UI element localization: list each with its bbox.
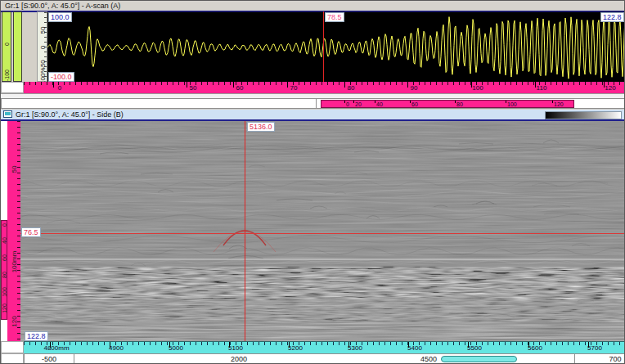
ruler-label: 50 xyxy=(190,84,197,92)
ruler-label: 5200 xyxy=(288,344,303,352)
overview-label: 120 xyxy=(554,101,564,107)
scrollbar-label: -500 xyxy=(42,355,56,363)
ruler-label: 5100 xyxy=(228,344,243,352)
ruler-label: 80 xyxy=(2,272,7,278)
overview-label: 0 xyxy=(346,101,349,107)
depth-overview-ruler[interactable]: 0406080100120 xyxy=(1,220,7,320)
ruler-label: 5700 xyxy=(587,344,602,352)
ruler-label: 50 xyxy=(11,166,18,173)
overview-tick xyxy=(552,101,553,103)
ruler-corner-cell xyxy=(1,341,24,353)
ascan-depth-cursor[interactable] xyxy=(323,11,324,82)
overview-label: 40 xyxy=(376,101,383,107)
ascan-cursor-value: 78.5 xyxy=(325,12,344,22)
ruler-label: 70 xyxy=(290,84,298,92)
ruler-label: 5000 xyxy=(169,344,183,352)
application-window: Gr:1 [S:90.0°, A: 45.0°] - A-scan (A) 0-… xyxy=(0,0,625,364)
ruler-label: 5600 xyxy=(528,344,542,352)
side-scan-ruler[interactable]: 4800mm4900500051005200530054005500560057… xyxy=(24,341,625,354)
ruler-label: 110 xyxy=(537,84,547,92)
ascan-title: Gr:1 [S:90.0°, A: 45.0°] - A-scan (A) xyxy=(5,1,120,11)
ruler-label: 100mm xyxy=(11,251,18,273)
ascan-overview-ruler[interactable]: 020406080100120 xyxy=(321,100,574,108)
overview-tick xyxy=(410,101,411,103)
overview-label: 100 xyxy=(507,101,517,107)
bscan-texture xyxy=(20,121,625,341)
scrollbar-corner-cell xyxy=(1,353,24,364)
ascan-horizontal-scrollbar[interactable]: 020406080100120 xyxy=(1,98,625,109)
ruler-label: 100 xyxy=(472,84,483,92)
amplitude-zoom-scrollbar[interactable] xyxy=(13,11,22,82)
ruler-label: 90 xyxy=(411,84,418,92)
overview-tick xyxy=(353,101,354,103)
side-scan-cursor[interactable] xyxy=(245,121,245,341)
amplitude-overview-ruler[interactable]: 0-100 xyxy=(2,11,11,82)
ruler-label: 5500 xyxy=(467,344,482,352)
ruler-label: 60 xyxy=(2,254,7,261)
side-titlebar[interactable]: Gr:1 [S:90.0°, A: 45.0°] - Side (B) xyxy=(1,110,625,121)
ruler-major-tick xyxy=(233,82,234,88)
overview-label: 80 xyxy=(456,101,463,107)
ruler-label: 40 xyxy=(2,237,7,244)
ruler-label: 5300 xyxy=(348,344,362,352)
ruler-label: 100 xyxy=(2,287,7,297)
overview-tick xyxy=(455,101,456,103)
scrollbar-thumb[interactable] xyxy=(441,356,517,362)
overview-label: 60 xyxy=(411,101,418,107)
ascan-axis-end-value: 122.8 xyxy=(600,12,624,22)
side-cursor-y-value: 76.5 xyxy=(21,227,41,237)
ruler-label: 120 xyxy=(11,316,18,326)
ruler-label: 4800mm xyxy=(43,344,69,352)
scrollbar-label: 4500 xyxy=(420,355,437,363)
scrollbar-divider xyxy=(574,354,575,364)
ruler-major-tick xyxy=(407,82,408,88)
ruler-label: 0 xyxy=(38,46,46,49)
amplitude-ruler[interactable]: 500-50-100% xyxy=(37,11,47,82)
ruler-major-tick xyxy=(187,82,187,88)
scrollbar-label: 2000 xyxy=(231,355,247,363)
scrollbar-divider xyxy=(74,354,74,364)
ruler-label: 60 xyxy=(236,84,244,92)
overview-tick xyxy=(344,101,345,103)
ruler-major-tick xyxy=(344,82,345,88)
side-horizontal-scrollbar[interactable]: -50020004500700 xyxy=(24,353,625,364)
side-depth-ruler[interactable]: 50100mm120 xyxy=(7,121,21,341)
ruler-label: 50 xyxy=(38,27,46,34)
ruler-label: -100 xyxy=(4,70,10,81)
overview-tick xyxy=(375,101,375,103)
view-icon xyxy=(3,110,12,118)
ruler-label: 4900 xyxy=(109,344,124,352)
ruler-major-tick xyxy=(53,82,54,88)
overview-tick xyxy=(506,101,506,103)
ruler-corner-cell xyxy=(1,82,24,93)
ruler-label: 80 xyxy=(348,84,355,92)
ascan-amp-min-value: -100.0 xyxy=(48,72,74,82)
overview-label: 20 xyxy=(355,101,362,107)
side-axis-end-value: 122.8 xyxy=(25,331,48,341)
side-cursor-x-value: 5136.0 xyxy=(247,122,275,132)
ruler-label: 0 xyxy=(58,84,61,92)
ruler-label: 5400 xyxy=(407,344,422,352)
ruler-label: 120 xyxy=(2,303,7,313)
ascan-amp-max-value: 100.0 xyxy=(48,12,72,22)
ruler-label: 0 xyxy=(2,223,7,227)
scrollbar-label: 700 xyxy=(609,355,621,363)
scrollbar-divider xyxy=(316,99,317,108)
ruler-major-tick xyxy=(287,82,288,88)
ascan-waveform xyxy=(47,12,625,83)
ruler-label: 0 xyxy=(4,43,10,46)
bscan-image[interactable] xyxy=(20,121,625,341)
ascan-titlebar[interactable]: Gr:1 [S:90.0°, A: 45.0°] - A-scan (A) xyxy=(1,1,625,12)
ruler-label: 120 xyxy=(605,84,615,92)
side-title: Gr:1 [S:90.0°, A: 45.0°] - Side (B) xyxy=(16,110,124,119)
side-depth-cursor[interactable] xyxy=(20,233,625,234)
palette-gradient-bar xyxy=(545,111,622,119)
ascan-depth-ruler[interactable]: 05060708090100110120 xyxy=(24,82,625,93)
